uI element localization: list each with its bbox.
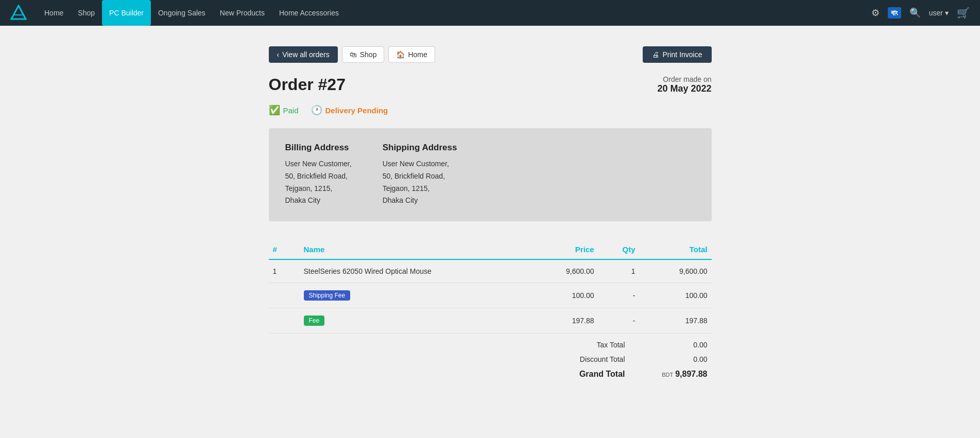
discount-value: 0.00 [656,355,708,363]
fee-row-price: 197.88 [526,308,598,334]
row-price: 9,600.00 [526,259,598,283]
table-row: 1 SteelSeries 62050 Wired Optical Mouse … [269,259,712,283]
fee-row-qty: - [598,308,640,334]
table-header-row: # Name Price Qty Total [269,240,712,259]
shipping-address-section: Shipping Address User New Customer, 50, … [383,143,457,207]
row-total: 9,600.00 [640,259,712,283]
tax-row: Tax Total 0.00 [269,338,712,352]
grand-currency: BDT [662,372,673,378]
fee-row-num [269,308,300,334]
action-bar: ‹ View all orders 🛍 Shop 🏠 Home 🖨 Print … [269,46,712,63]
fee-row-total: 197.88 [640,308,712,334]
fee-row-badge-cell: Fee [300,308,526,334]
billing-address-section: Billing Address User New Customer, 50, B… [285,143,352,207]
col-name: Name [300,240,526,259]
discount-label: Discount Total [543,355,625,363]
row-qty: 1 [598,259,640,283]
clock-icon: 🕐 [311,104,322,116]
paid-status: ✅ Paid [269,104,299,116]
lang-toggle[interactable]: বাং [888,7,901,19]
table-row: Shipping Fee 100.00 - 100.00 [269,283,712,308]
order-date-block: Order made on 20 May 2022 [657,75,711,94]
print-icon: 🖨 [652,50,659,59]
nav-ongoing-sales[interactable]: Ongoing Sales [151,0,213,26]
username-label: user [929,9,943,17]
order-table: # Name Price Qty Total 1 SteelSeries 620… [269,240,712,334]
nav-home[interactable]: Home [37,0,71,26]
totals-section: Tax Total 0.00 Discount Total 0.00 Grand… [269,338,712,382]
print-invoice-label: Print Invoice [662,50,702,59]
shipping-row-badge-cell: Shipping Fee [300,283,526,308]
logo[interactable] [10,5,27,21]
shipping-row-price: 100.00 [526,283,598,308]
svg-marker-0 [11,6,26,19]
order-title: Order #27 [269,75,346,94]
order-header: Order #27 Order made on 20 May 2022 [269,75,712,94]
main-content: ‹ View all orders 🛍 Shop 🏠 Home 🖨 Print … [259,46,722,382]
view-all-orders-label: View all orders [282,50,330,59]
fee-badge: Fee [304,316,325,326]
col-total: Total [640,240,712,259]
navigation: Home Shop PC Builder Ongoing Sales New P… [0,0,980,26]
grand-value: BDT9,897.88 [656,370,708,379]
dropdown-arrow-icon: ▾ [945,9,949,17]
col-hash: # [269,240,300,259]
tax-label: Tax Total [543,341,625,349]
settings-icon[interactable]: ⚙ [871,7,880,19]
shop-icon: 🛍 [350,50,357,59]
row-product-name: SteelSeries 62050 Wired Optical Mouse [300,259,526,283]
shop-label: Shop [360,50,377,59]
nav-shop[interactable]: Shop [71,0,102,26]
print-invoice-button[interactable]: 🖨 Print Invoice [643,46,711,63]
billing-address-details: User New Customer, 50, Brickfield Road, … [285,158,352,207]
shipping-row-total: 100.00 [640,283,712,308]
grand-amount: 9,897.88 [675,370,707,378]
breadcrumb-buttons: ‹ View all orders 🛍 Shop 🏠 Home [269,46,435,63]
grand-label: Grand Total [543,370,625,379]
nav-home-accessories[interactable]: Home Accessories [272,0,346,26]
shipping-address-details: User New Customer, 50, Brickfield Road, … [383,158,457,207]
shipping-row-num [269,283,300,308]
delivery-label: Delivery Pending [325,106,388,115]
home-icon: 🏠 [396,50,405,59]
home-breadcrumb-button[interactable]: 🏠 Home [388,46,435,63]
nav-new-products[interactable]: New Products [213,0,272,26]
user-menu[interactable]: user ▾ [929,9,949,17]
row-num: 1 [269,259,300,283]
cart-icon[interactable]: 🛒 [957,7,970,19]
status-bar: ✅ Paid 🕐 Delivery Pending [269,104,712,116]
nav-right: ⚙ বাং 🔍 user ▾ 🛒 [871,7,970,19]
paid-label: Paid [283,106,299,115]
order-date-label: Order made on [657,75,711,83]
search-icon[interactable]: 🔍 [909,7,921,19]
col-price: Price [526,240,598,259]
address-block: Billing Address User New Customer, 50, B… [269,128,712,221]
shop-breadcrumb-button[interactable]: 🛍 Shop [342,46,385,63]
shipping-address-heading: Shipping Address [383,143,457,153]
tax-value: 0.00 [656,341,708,349]
discount-row: Discount Total 0.00 [269,352,712,366]
grand-total-row: Grand Total BDT9,897.88 [269,366,712,382]
delivery-status: 🕐 Delivery Pending [311,104,388,116]
shipping-row-qty: - [598,283,640,308]
view-all-orders-button[interactable]: ‹ View all orders [269,46,338,63]
home-label: Home [408,50,427,59]
table-row: Fee 197.88 - 197.88 [269,308,712,334]
order-date-value: 20 May 2022 [657,83,711,94]
nav-pc-builder[interactable]: PC Builder [102,0,151,26]
col-qty: Qty [598,240,640,259]
paid-check-icon: ✅ [269,104,280,116]
shipping-fee-badge: Shipping Fee [304,290,351,301]
billing-address-heading: Billing Address [285,143,352,153]
back-arrow-icon: ‹ [277,50,280,59]
